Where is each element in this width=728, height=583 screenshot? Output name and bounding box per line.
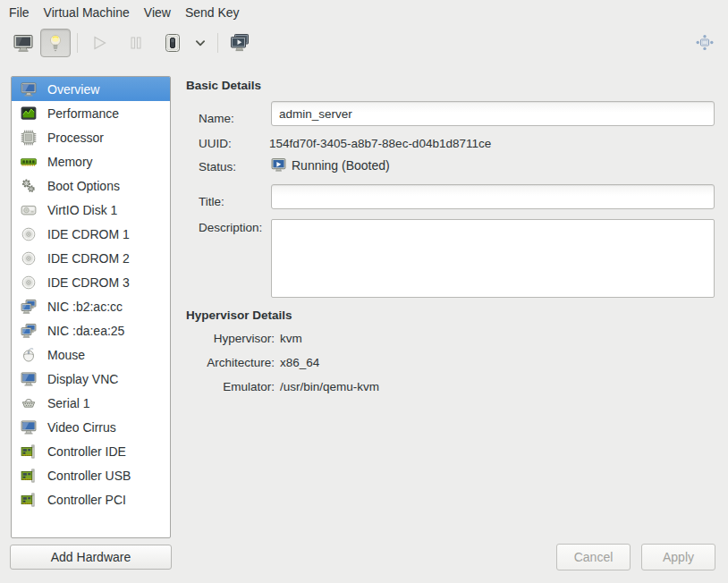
title-input[interactable] [271,184,715,209]
title-label: Title: [199,190,224,215]
architecture-label: Architecture: [194,356,275,369]
status-label: Status: [199,160,236,173]
name-input[interactable] [271,101,715,126]
console-monitor-icon [13,32,34,54]
sidebar-item-controller-pci[interactable]: Controller PCI [12,487,170,511]
menu-virtual-machine[interactable]: Virtual Machine [37,2,137,23]
run-button[interactable] [84,29,114,57]
disk-icon [20,201,38,219]
sidebar-item-label: Boot Options [47,179,120,193]
chevron-down-icon [190,32,210,54]
gears-icon [20,177,38,195]
toolbar-separator [217,33,218,53]
sidebar-item-serial-1[interactable]: Serial 1 [12,391,170,415]
emulator-value: /usr/bin/qemu-kvm [280,380,379,393]
sidebar-item-boot-options[interactable]: Boot Options [12,173,170,198]
hypervisor-label: Hypervisor: [194,332,275,345]
status-row: Running (Booted) [271,157,390,173]
sidebar-item-label: NIC :b2:ac:cc [47,300,123,314]
fullscreen-button[interactable] [690,29,720,57]
menubar: File Virtual Machine View Send Key [0,0,728,25]
sidebar-item-overview[interactable]: Overview [12,77,170,101]
description-label: Description: [199,221,262,234]
controller-card-icon [20,467,38,485]
sidebar-item-memory[interactable]: Memory [12,149,170,173]
sidebar-item-video-cirrus[interactable]: Video Cirrus [12,415,170,439]
menu-file[interactable]: File [2,2,37,23]
sidebar-item-label: Overview [47,82,99,97]
sidebar-item-label: Video Cirrus [47,420,116,435]
apply-button[interactable]: Apply [641,544,715,570]
hypervisor-value: kvm [280,332,302,345]
sidebar-item-ide-cdrom-2[interactable]: IDE CDROM 2 [12,246,170,270]
shutdown-button[interactable] [157,29,188,57]
launch-console-window-button[interactable] [224,29,255,57]
sidebar-item-label: Controller IDE [47,444,126,459]
sidebar-item-display-vnc[interactable]: Display VNC [12,367,170,391]
show-hardware-details-button[interactable] [40,29,71,57]
menu-view[interactable]: View [137,2,178,23]
toolbar [0,25,728,61]
monitor-icon [20,80,38,98]
sidebar-item-label: Controller USB [47,469,131,483]
monitor-icon [20,370,38,388]
add-hardware-button[interactable]: Add Hardware [10,545,172,570]
pause-icon [125,32,147,54]
memory-stick-icon [20,153,38,171]
sidebar-item-label: Mouse [47,348,85,362]
sidebar-item-label: IDE CDROM 2 [47,251,130,266]
sidebar-item-processor[interactable]: Processor [12,125,170,149]
sidebar-item-label: IDE CDROM 1 [47,227,130,241]
uuid-value: 154fd70f-3405-a8b7-88ec-d04b1d8711ce [269,137,491,150]
sidebar-item-nic-da-ea-25[interactable]: NIC :da:ea:25 [12,318,170,342]
pause-button[interactable] [121,29,151,57]
status-value: Running (Booted) [292,158,390,173]
cdrom-icon [20,249,38,267]
sidebar-item-controller-usb[interactable]: Controller USB [12,463,170,487]
fullscreen-icon [694,32,715,54]
details-lightbulb-icon [45,32,66,54]
uuid-label: UUID: [199,137,232,150]
sidebar-item-mouse[interactable]: Mouse [12,342,170,367]
serial-port-icon [20,394,38,412]
cdrom-icon [20,274,38,292]
cancel-button[interactable]: Cancel [556,544,631,570]
emulator-label: Emulator: [194,380,275,393]
sidebar-item-virtio-disk-1[interactable]: VirtIO Disk 1 [12,198,170,222]
sidebar-item-controller-ide[interactable]: Controller IDE [12,439,170,463]
name-label: Name: [199,106,234,131]
basic-details-heading: Basic Details [186,79,261,92]
console-play-icon [229,32,250,54]
sidebar-item-label: VirtIO Disk 1 [47,203,117,217]
sidebar-item-label: NIC :da:ea:25 [47,324,124,338]
menu-send-key[interactable]: Send Key [178,2,247,23]
cdrom-icon [20,225,38,243]
cpu-chip-icon [20,129,38,147]
shutdown-switch-icon [162,32,183,54]
network-monitors-icon [20,298,38,316]
sidebar-item-label: Display VNC [47,372,118,386]
sidebar-item-label: Performance [47,106,119,121]
network-monitors-icon [20,322,38,340]
sidebar-item-ide-cdrom-1[interactable]: IDE CDROM 1 [12,222,170,246]
sidebar-item-label: IDE CDROM 3 [47,275,130,290]
mouse-icon [20,346,38,364]
controller-card-icon [20,491,38,509]
sidebar-item-label: Serial 1 [47,396,89,410]
architecture-value: x86_64 [280,356,319,369]
sidebar-item-nic-b2-ac-cc[interactable]: NIC :b2:ac:cc [12,294,170,318]
shutdown-menu-button[interactable] [190,29,211,57]
sidebar-item-label: Processor [47,131,104,145]
description-input[interactable] [271,219,715,298]
sidebar-item-performance[interactable]: Performance [12,101,170,125]
sidebar-item-ide-cdrom-3[interactable]: IDE CDROM 3 [12,270,170,294]
details-panel: Basic Details Name: UUID: 154fd70f-3405-… [185,76,715,583]
show-graphical-console-button[interactable] [8,29,38,57]
performance-graph-icon [20,105,38,123]
monitor-icon [20,418,38,436]
sidebar-item-label: Controller PCI [47,493,126,507]
sidebar-item-label: Memory [47,155,93,169]
controller-card-icon [20,443,38,460]
hypervisor-details-heading: Hypervisor Details [186,308,292,322]
running-monitor-icon [271,157,286,173]
